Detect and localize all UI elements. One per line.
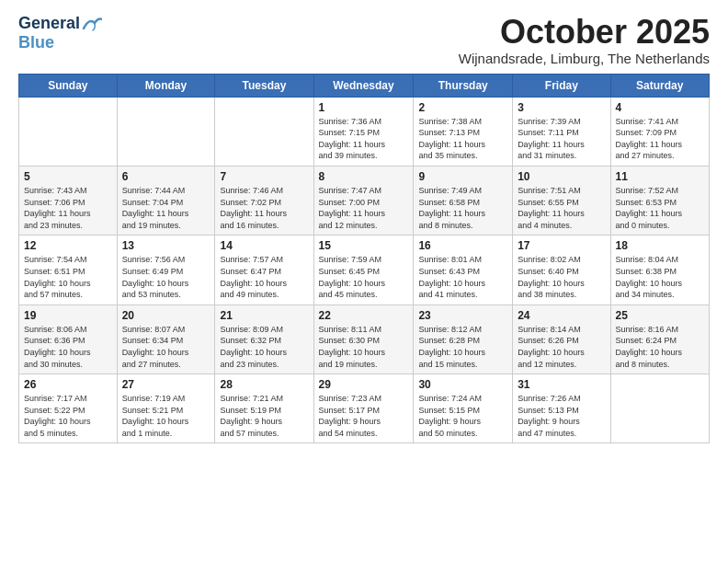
calendar-week-row-5: 26Sunrise: 7:17 AM Sunset: 5:22 PM Dayli… [19,374,710,443]
calendar-cell: 6Sunrise: 7:44 AM Sunset: 7:04 PM Daylig… [117,166,215,235]
day-number: 2 [418,101,507,114]
day-info: Sunrise: 8:11 AM Sunset: 6:30 PM Dayligh… [319,324,409,370]
day-number: 10 [518,170,605,183]
calendar-cell: 7Sunrise: 7:46 AM Sunset: 7:02 PM Daylig… [215,166,313,235]
day-info: Sunrise: 8:02 AM Sunset: 6:40 PM Dayligh… [518,254,605,300]
day-info: Sunrise: 7:23 AM Sunset: 5:17 PM Dayligh… [319,393,409,439]
calendar-cell: 31Sunrise: 7:26 AM Sunset: 5:13 PM Dayli… [513,374,610,443]
day-number: 19 [24,309,112,322]
day-info: Sunrise: 7:47 AM Sunset: 7:00 PM Dayligh… [319,185,409,231]
calendar-cell: 3Sunrise: 7:39 AM Sunset: 7:11 PM Daylig… [513,97,610,166]
calendar-cell [610,374,709,443]
day-number: 13 [122,239,210,252]
calendar-cell: 20Sunrise: 8:07 AM Sunset: 6:34 PM Dayli… [117,304,215,373]
day-info: Sunrise: 8:09 AM Sunset: 6:32 PM Dayligh… [220,324,308,370]
calendar-cell: 4Sunrise: 7:41 AM Sunset: 7:09 PM Daylig… [610,97,709,166]
day-info: Sunrise: 7:56 AM Sunset: 6:49 PM Dayligh… [122,254,210,300]
calendar-cell: 28Sunrise: 7:21 AM Sunset: 5:19 PM Dayli… [215,374,313,443]
calendar-cell [215,97,313,166]
day-number: 24 [518,309,605,322]
day-number: 5 [24,170,112,183]
day-number: 30 [418,378,507,391]
weekday-header-tuesday: Tuesday [215,74,313,97]
logo-bird-icon [82,16,102,32]
logo: General Blue [18,14,102,52]
day-number: 4 [616,101,704,114]
day-number: 31 [518,378,605,391]
calendar-cell: 19Sunrise: 8:06 AM Sunset: 6:36 PM Dayli… [19,304,118,373]
day-number: 26 [24,378,112,391]
day-number: 23 [418,309,507,322]
calendar-cell: 17Sunrise: 8:02 AM Sunset: 6:40 PM Dayli… [513,236,610,304]
day-info: Sunrise: 7:51 AM Sunset: 6:55 PM Dayligh… [518,185,605,231]
calendar-cell: 26Sunrise: 7:17 AM Sunset: 5:22 PM Dayli… [19,374,118,443]
calendar-cell: 27Sunrise: 7:19 AM Sunset: 5:21 PM Dayli… [117,374,215,443]
day-number: 15 [319,239,409,252]
weekday-header-friday: Friday [513,74,610,97]
header: General Blue October 2025 Wijnandsrade, … [18,14,710,66]
day-info: Sunrise: 7:26 AM Sunset: 5:13 PM Dayligh… [518,393,605,439]
calendar-cell [19,97,118,166]
day-info: Sunrise: 7:38 AM Sunset: 7:13 PM Dayligh… [418,116,507,162]
calendar-week-row-3: 12Sunrise: 7:54 AM Sunset: 6:51 PM Dayli… [19,236,710,304]
calendar-cell: 14Sunrise: 7:57 AM Sunset: 6:47 PM Dayli… [215,236,313,304]
day-number: 14 [220,239,308,252]
day-info: Sunrise: 7:39 AM Sunset: 7:11 PM Dayligh… [518,116,605,162]
weekday-header-thursday: Thursday [414,74,513,97]
day-info: Sunrise: 7:46 AM Sunset: 7:02 PM Dayligh… [220,185,308,231]
calendar-cell: 22Sunrise: 8:11 AM Sunset: 6:30 PM Dayli… [313,304,414,373]
weekday-header-wednesday: Wednesday [313,74,414,97]
logo-general: General [18,14,80,33]
day-number: 21 [220,309,308,322]
day-info: Sunrise: 7:49 AM Sunset: 6:58 PM Dayligh… [418,185,507,231]
calendar-cell: 9Sunrise: 7:49 AM Sunset: 6:58 PM Daylig… [414,166,513,235]
day-number: 18 [616,239,704,252]
day-number: 17 [518,239,605,252]
logo-blue: Blue [18,33,54,52]
day-number: 16 [418,239,507,252]
weekday-header-sunday: Sunday [19,74,118,97]
day-info: Sunrise: 8:01 AM Sunset: 6:43 PM Dayligh… [418,254,507,300]
calendar-cell: 12Sunrise: 7:54 AM Sunset: 6:51 PM Dayli… [19,236,118,304]
calendar-cell: 25Sunrise: 8:16 AM Sunset: 6:24 PM Dayli… [610,304,709,373]
calendar-week-row-1: 1Sunrise: 7:36 AM Sunset: 7:15 PM Daylig… [19,97,710,166]
day-info: Sunrise: 7:59 AM Sunset: 6:45 PM Dayligh… [319,254,409,300]
calendar-cell: 23Sunrise: 8:12 AM Sunset: 6:28 PM Dayli… [414,304,513,373]
day-info: Sunrise: 8:07 AM Sunset: 6:34 PM Dayligh… [122,324,210,370]
calendar-cell: 10Sunrise: 7:51 AM Sunset: 6:55 PM Dayli… [513,166,610,235]
location: Wijnandsrade, Limburg, The Netherlands [459,51,710,66]
calendar-table: SundayMondayTuesdayWednesdayThursdayFrid… [18,74,710,444]
day-number: 20 [122,309,210,322]
calendar-cell: 21Sunrise: 8:09 AM Sunset: 6:32 PM Dayli… [215,304,313,373]
day-info: Sunrise: 7:21 AM Sunset: 5:19 PM Dayligh… [220,393,308,439]
day-number: 11 [616,170,704,183]
day-info: Sunrise: 7:17 AM Sunset: 5:22 PM Dayligh… [24,393,112,439]
calendar-week-row-2: 5Sunrise: 7:43 AM Sunset: 7:06 PM Daylig… [19,166,710,235]
day-info: Sunrise: 7:52 AM Sunset: 6:53 PM Dayligh… [616,185,704,231]
day-number: 27 [122,378,210,391]
calendar-cell: 1Sunrise: 7:36 AM Sunset: 7:15 PM Daylig… [313,97,414,166]
weekday-header-monday: Monday [117,74,215,97]
day-number: 22 [319,309,409,322]
day-info: Sunrise: 8:14 AM Sunset: 6:26 PM Dayligh… [518,324,605,370]
calendar-cell: 5Sunrise: 7:43 AM Sunset: 7:06 PM Daylig… [19,166,118,235]
calendar-cell: 13Sunrise: 7:56 AM Sunset: 6:49 PM Dayli… [117,236,215,304]
weekday-header-saturday: Saturday [610,74,709,97]
day-info: Sunrise: 7:24 AM Sunset: 5:15 PM Dayligh… [418,393,507,439]
day-number: 29 [319,378,409,391]
calendar-cell: 2Sunrise: 7:38 AM Sunset: 7:13 PM Daylig… [414,97,513,166]
day-number: 3 [518,101,605,114]
day-info: Sunrise: 8:04 AM Sunset: 6:38 PM Dayligh… [616,254,704,300]
calendar-cell [117,97,215,166]
day-info: Sunrise: 7:43 AM Sunset: 7:06 PM Dayligh… [24,185,112,231]
title-block: October 2025 Wijnandsrade, Limburg, The … [459,14,710,66]
calendar-week-row-4: 19Sunrise: 8:06 AM Sunset: 6:36 PM Dayli… [19,304,710,373]
day-number: 9 [418,170,507,183]
calendar-cell: 18Sunrise: 8:04 AM Sunset: 6:38 PM Dayli… [610,236,709,304]
day-number: 28 [220,378,308,391]
calendar-cell: 11Sunrise: 7:52 AM Sunset: 6:53 PM Dayli… [610,166,709,235]
day-number: 1 [319,101,409,114]
day-info: Sunrise: 7:41 AM Sunset: 7:09 PM Dayligh… [616,116,704,162]
calendar-cell: 30Sunrise: 7:24 AM Sunset: 5:15 PM Dayli… [414,374,513,443]
day-info: Sunrise: 7:19 AM Sunset: 5:21 PM Dayligh… [122,393,210,439]
